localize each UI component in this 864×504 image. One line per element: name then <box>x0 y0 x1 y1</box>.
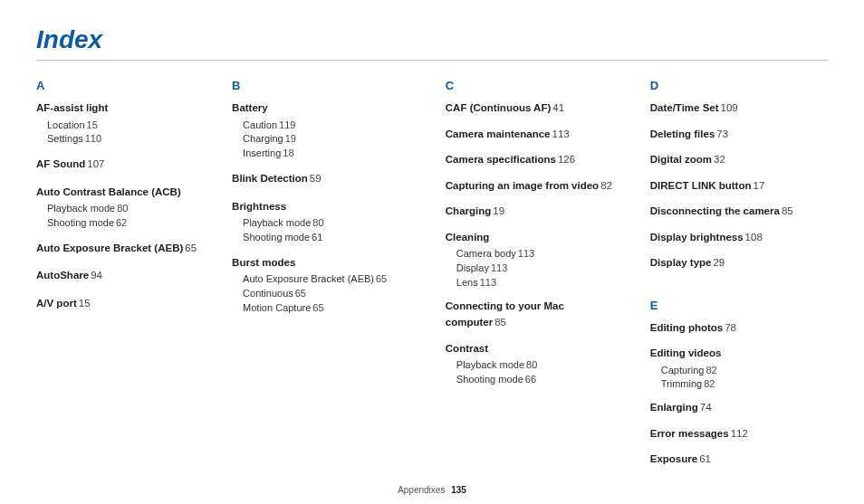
sub-label: Playback mode <box>47 203 115 214</box>
entry-label: Exposure <box>650 453 697 464</box>
entry-page: 73 <box>716 128 728 139</box>
entry-page: 29 <box>713 257 725 268</box>
entry-label: Brightness <box>232 201 286 212</box>
sub-label: Auto Exposure Bracket (AEB) <box>243 273 374 284</box>
entry-page: 82 <box>600 180 612 191</box>
sub-page: 80 <box>526 359 537 370</box>
entry-label: Error messages <box>650 428 729 439</box>
entry-camera-specifications: Camera specifications126 <box>446 153 641 170</box>
entry-label: Burst modes <box>232 257 295 268</box>
entry-page: 85 <box>782 205 793 216</box>
entry-page: 65 <box>185 242 197 253</box>
sub-page: 65 <box>376 273 387 284</box>
entry-exposure: Exposure61 <box>650 452 828 470</box>
sub-page: 61 <box>312 232 322 242</box>
entry-editing-videos: Editing videos Capturing82 Trimming82 <box>650 347 828 392</box>
entry-page: 109 <box>721 102 738 113</box>
sub-label: Shooting mode <box>456 374 523 385</box>
entry-page: 15 <box>79 298 91 309</box>
letter-c: C <box>446 79 641 92</box>
footer: Appendixes 135 <box>0 485 864 495</box>
entry-display-type: Display type29 <box>650 256 828 273</box>
index-columns: A AF-assist light Location15 Settings110… <box>36 79 828 479</box>
column-d-e: D Date/Time Set109 Deleting files73 Digi… <box>650 79 828 479</box>
entry-label: Blink Detection <box>232 173 308 184</box>
sub-page: 82 <box>706 365 716 376</box>
entry-label: Display brightness <box>650 232 744 242</box>
entry-battery: Battery Caution119 Charging19 Inserting1… <box>232 101 437 161</box>
sub-label: Capturing <box>661 365 705 376</box>
entry-page: 61 <box>699 453 711 464</box>
sub-page: 65 <box>312 302 323 313</box>
sub-page: 15 <box>87 119 98 130</box>
entry-page: 32 <box>714 154 725 165</box>
letter-a: A <box>36 79 223 92</box>
entry-display-brightness: Display brightness108 <box>650 231 828 248</box>
sub-label: Settings <box>47 133 83 144</box>
entry-label: Camera maintenance <box>446 128 551 139</box>
entry-af-sound: AF Sound107 <box>36 157 223 175</box>
entry-page: 107 <box>87 158 104 169</box>
sub-label: Camera body <box>456 248 516 259</box>
sub-page: 80 <box>117 203 128 214</box>
entry-burst-modes: Burst modes Auto Exposure Bracket (AEB)6… <box>232 256 437 316</box>
entry-page: 41 <box>552 102 564 113</box>
entry-af-assist-light: AF-assist light Location15 Settings110 <box>36 101 223 147</box>
entry-brightness: Brightness Playback mode80 Shooting mode… <box>232 200 437 245</box>
column-c: C CAF (Continuous AF)41 Camera maintenan… <box>446 79 641 479</box>
entry-label: Connecting to your Mac <box>446 300 564 311</box>
entry-cleaning: Cleaning Camera body113 Display113 Lens1… <box>446 231 641 290</box>
entry-deleting-files: Deleting files73 <box>650 128 828 145</box>
entry-autoshare: AutoShare94 <box>36 269 223 286</box>
sub-label: Charging <box>243 133 283 144</box>
entry-label: Contrast <box>446 343 488 354</box>
entry-label: Date/Time Set <box>650 102 719 113</box>
entry-label: AutoShare <box>36 270 89 281</box>
entry-label: computer <box>446 317 493 328</box>
letter-e: E <box>650 299 828 312</box>
entry-capturing-image-video: Capturing an image from video82 <box>446 179 641 196</box>
entry-label: Enlarging <box>650 402 698 413</box>
sub-page: 18 <box>283 147 293 158</box>
entry-page: 94 <box>91 270 102 281</box>
entry-label: AF Sound <box>36 158 85 169</box>
entry-page: 17 <box>754 180 765 191</box>
footer-section: Appendixes <box>398 485 445 495</box>
entry-label: Display type <box>650 257 712 268</box>
sub-page: 82 <box>704 378 715 389</box>
entry-aeb: Auto Exposure Bracket (AEB)65 <box>36 242 223 259</box>
entry-av-port: A/V port15 <box>36 297 223 314</box>
sub-label: Motion Capture <box>243 302 311 313</box>
sub-page: 19 <box>285 133 296 144</box>
sub-label: Display <box>456 262 489 273</box>
footer-page: 135 <box>451 485 466 495</box>
column-a: A AF-assist light Location15 Settings110… <box>36 79 223 479</box>
entry-label: Camera specifications <box>446 154 556 165</box>
entry-editing-photos: Editing photos78 <box>650 321 828 338</box>
entry-label: Deleting files <box>650 128 715 139</box>
sub-page: 113 <box>491 262 507 273</box>
sub-page: 119 <box>279 119 295 130</box>
column-b: B Battery Caution119 Charging19 Insertin… <box>232 79 437 479</box>
entry-page: 126 <box>558 154 575 165</box>
entry-label: CAF (Continuous AF) <box>446 102 551 113</box>
entry-caf: CAF (Continuous AF)41 <box>446 101 641 119</box>
entry-error-messages: Error messages112 <box>650 427 828 444</box>
sub-label: Playback mode <box>243 217 311 228</box>
entry-acb: Auto Contrast Balance (ACB) Playback mod… <box>36 185 223 231</box>
entry-page: 113 <box>552 128 570 139</box>
sub-label: Caution <box>243 119 277 130</box>
sub-label: Shooting mode <box>47 217 114 228</box>
entry-label: Editing photos <box>650 322 723 333</box>
entry-label: Charging <box>446 205 491 216</box>
title-rule <box>36 60 828 61</box>
letter-b: B <box>232 79 437 92</box>
entry-charging: Charging19 <box>446 204 641 222</box>
entry-connecting-mac: Connecting to your Mac computer85 <box>446 300 641 333</box>
entry-label: AF-assist light <box>36 102 108 113</box>
sub-page: 110 <box>85 133 101 144</box>
entry-label: Capturing an image from video <box>446 180 599 191</box>
entry-date-time-set: Date/Time Set109 <box>650 101 828 119</box>
sub-label: Lens <box>456 277 478 288</box>
entry-enlarging: Enlarging74 <box>650 401 828 418</box>
